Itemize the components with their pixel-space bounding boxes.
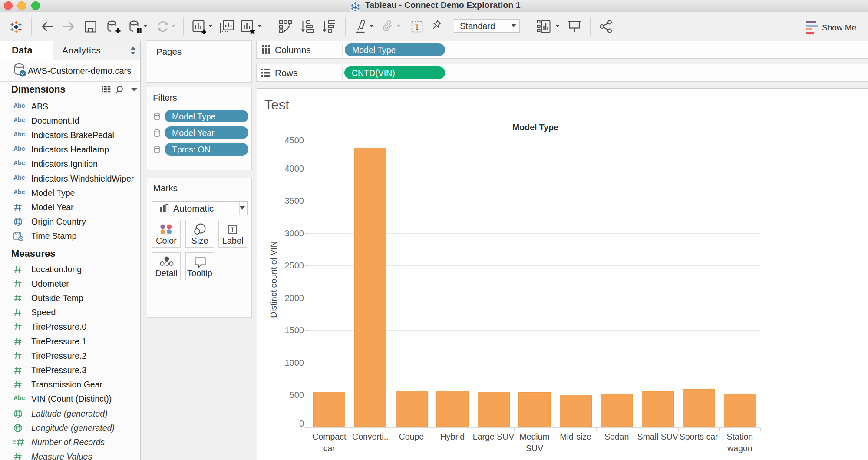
svg-text:T: T — [415, 23, 419, 31]
